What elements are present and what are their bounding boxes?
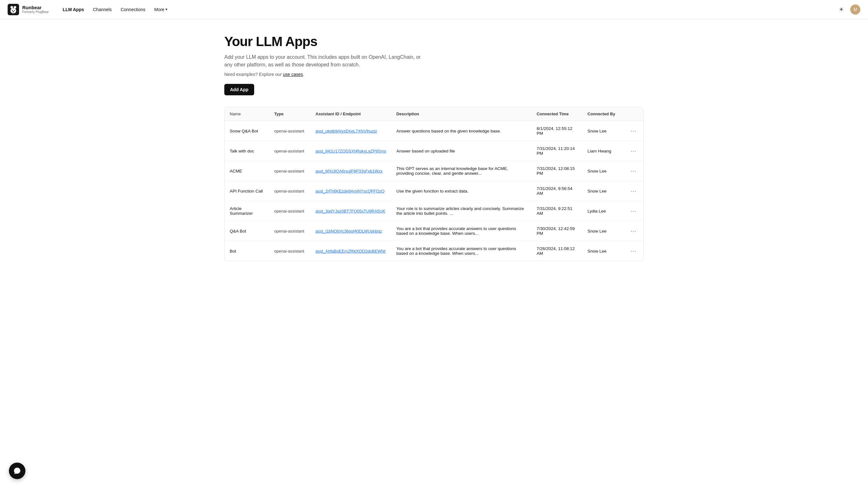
table-row: ACME openai-assistant asst_MXc8QA6rsujP8… [225, 161, 643, 181]
cell-name: ACME [225, 161, 269, 181]
nav-llm-apps[interactable]: LLM Apps [59, 5, 88, 14]
navbar: Runbear Formerly PlugBear LLM Apps Chann… [0, 0, 868, 19]
row-more-button[interactable]: ··· [629, 147, 638, 156]
row-more-button[interactable]: ··· [629, 247, 638, 256]
page-description: Add your LLM apps to your account. This … [224, 53, 421, 69]
table-row: Talk with doc openai-assistant asst_841U… [225, 141, 643, 161]
endpoint-link[interactable]: asst_i1bNObVc36psf40DLWUphbqz [315, 229, 382, 234]
nav-more[interactable]: More ▾ [150, 5, 171, 14]
cell-actions: ··· [624, 221, 643, 241]
cell-name: Q&A Bot [225, 221, 269, 241]
cell-connected-time: 7/26/2024, 11:08:12 AM [531, 241, 582, 261]
row-more-button[interactable]: ··· [629, 166, 638, 176]
cell-type: openai-assistant [269, 121, 310, 141]
endpoint-link[interactable]: asst_2rFh6KEzde9AmiNYscQPFOzQ [315, 189, 384, 193]
cell-connected-by: Snow Lee [582, 241, 624, 261]
svg-point-2 [14, 6, 16, 8]
cell-actions: ··· [624, 121, 643, 141]
cell-description: You are a bot that provides accurate ans… [392, 241, 531, 261]
cell-name: API Function Call [225, 181, 269, 201]
cell-actions: ··· [624, 161, 643, 181]
cell-description: This GPT serves as an internal knowledge… [392, 161, 531, 181]
table-row: Q&A Bot openai-assistant asst_i1bNObVc36… [225, 221, 643, 241]
cell-endpoint: asst_841U17ZODSXhRqkyLgZP9Sms [310, 141, 392, 161]
cell-type: openai-assistant [269, 161, 310, 181]
nav-right: ☀ U [836, 4, 860, 14]
endpoint-link[interactable]: asst_3qdYJqz0BT7FQ05sTU9RA5UK [315, 209, 385, 214]
cell-endpoint: asst_AhfaBqEEmZRklXDD2dpBEWNt [310, 241, 392, 261]
col-header-connected-by: Connected By [582, 107, 624, 121]
table-header: Name Type Assistant ID / Endpoint Descri… [225, 107, 643, 121]
nav-links: LLM Apps Channels Connections More ▾ [59, 5, 826, 14]
nav-channels[interactable]: Channels [89, 5, 116, 14]
cell-connected-by: Snow Lee [582, 181, 624, 201]
brand-logo-link[interactable]: Runbear Formerly PlugBear [8, 4, 49, 15]
svg-point-1 [10, 6, 13, 8]
table-row: Bot openai-assistant asst_AhfaBqEEmZRklX… [225, 241, 643, 261]
col-header-description: Description [392, 107, 531, 121]
cell-actions: ··· [624, 181, 643, 201]
endpoint-link[interactable]: asst_AhfaBqEEmZRklXDD2dpBEWNt [315, 249, 385, 253]
avatar[interactable]: U [850, 4, 860, 14]
cell-name: Talk with doc [225, 141, 269, 161]
brand-subtitle: Formerly PlugBear [22, 10, 49, 14]
endpoint-link[interactable]: asst_ukqlb9AIyzEKeL7XNVlhuzjz [315, 129, 377, 133]
table-body: Snow Q&A Bot openai-assistant asst_ukqlb… [225, 121, 643, 261]
col-header-name: Name [225, 107, 269, 121]
cell-description: Answer questions based on the given know… [392, 121, 531, 141]
svg-point-4 [12, 10, 13, 11]
cell-name: Bot [225, 241, 269, 261]
col-header-actions [624, 107, 643, 121]
row-more-button[interactable]: ··· [629, 207, 638, 216]
row-more-button[interactable]: ··· [629, 126, 638, 136]
cell-endpoint: asst_i1bNObVc36psf40DLWUphbqz [310, 221, 392, 241]
main-content: Your LLM Apps Add your LLM apps to your … [212, 19, 656, 274]
cell-connected-time: 7/31/2024, 12:08:15 PM [531, 161, 582, 181]
cell-name: Article Summarizer [225, 201, 269, 221]
add-app-button[interactable]: Add App [224, 84, 254, 95]
col-header-endpoint: Assistant ID / Endpoint [310, 107, 392, 121]
col-header-connected-time: Connected Time [531, 107, 582, 121]
cell-endpoint: asst_3qdYJqz0BT7FQ05sTU9RA5UK [310, 201, 392, 221]
svg-point-6 [13, 11, 14, 12]
cell-connected-time: 7/31/2024, 9:22:51 AM [531, 201, 582, 221]
cell-description: You are a bot that provides accurate ans… [392, 221, 531, 241]
cell-actions: ··· [624, 201, 643, 221]
cell-connected-by: Snow Lee [582, 161, 624, 181]
nav-connections[interactable]: Connections [117, 5, 149, 14]
col-header-type: Type [269, 107, 310, 121]
table-row: API Function Call openai-assistant asst_… [225, 181, 643, 201]
cell-endpoint: asst_ukqlb9AIyzEKeL7XNVlhuzjz [310, 121, 392, 141]
cell-endpoint: asst_MXc8QA6rsujP8P33sFxb1Wzx [310, 161, 392, 181]
row-more-button[interactable]: ··· [629, 186, 638, 196]
cell-connected-by: Snow Lee [582, 121, 624, 141]
cell-name: Snow Q&A Bot [225, 121, 269, 141]
cell-connected-by: Liam Hwang [582, 141, 624, 161]
cell-type: openai-assistant [269, 181, 310, 201]
apps-table-wrapper: Name Type Assistant ID / Endpoint Descri… [224, 107, 644, 261]
endpoint-link[interactable]: asst_MXc8QA6rsujP8P33sFxb1Wzx [315, 169, 382, 174]
cell-actions: ··· [624, 241, 643, 261]
apps-table: Name Type Assistant ID / Endpoint Descri… [225, 107, 643, 261]
table-row: Article Summarizer openai-assistant asst… [225, 201, 643, 221]
use-cases-link[interactable]: use cases [283, 72, 303, 77]
cell-endpoint: asst_2rFh6KEzde9AmiNYscQPFOzQ [310, 181, 392, 201]
cell-description: Use the given function to extract data. [392, 181, 531, 201]
theme-toggle-button[interactable]: ☀ [836, 4, 846, 14]
cell-connected-by: Snow Lee [582, 221, 624, 241]
cell-type: openai-assistant [269, 141, 310, 161]
cell-type: openai-assistant [269, 241, 310, 261]
cell-connected-time: 7/30/2024, 12:42:59 PM [531, 221, 582, 241]
row-more-button[interactable]: ··· [629, 226, 638, 236]
cell-connected-time: 7/31/2024, 9:56:54 AM [531, 181, 582, 201]
cell-connected-time: 8/1/2024, 12:55:12 PM [531, 121, 582, 141]
svg-point-3 [10, 8, 16, 13]
svg-point-5 [14, 10, 15, 11]
cell-connected-by: Lydia Lee [582, 201, 624, 221]
chevron-down-icon: ▾ [165, 7, 167, 11]
brand-name: Runbear [22, 5, 49, 10]
table-row: Snow Q&A Bot openai-assistant asst_ukqlb… [225, 121, 643, 141]
endpoint-link[interactable]: asst_841U17ZODSXhRqkyLgZP9Sms [315, 149, 386, 153]
cell-type: openai-assistant [269, 221, 310, 241]
cell-connected-time: 7/31/2024, 11:20:14 PM [531, 141, 582, 161]
